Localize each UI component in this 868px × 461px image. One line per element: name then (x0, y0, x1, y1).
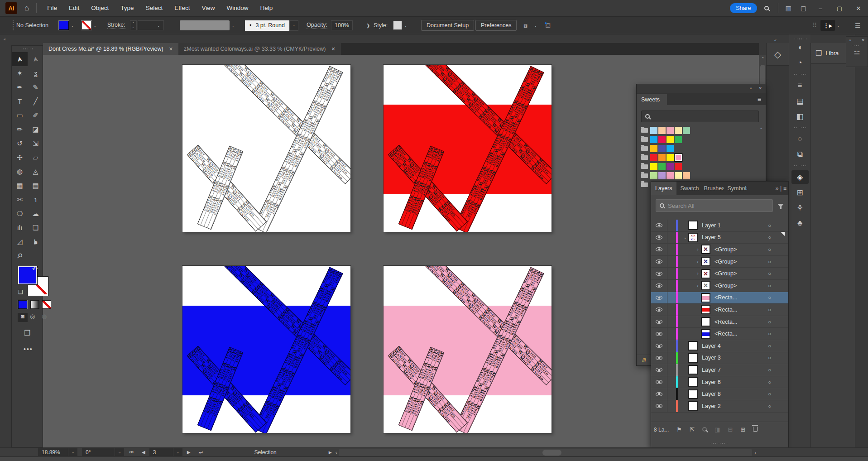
rectangle-tool[interactable]: ▭ (12, 108, 28, 122)
panel-grip[interactable] (794, 38, 806, 40)
menu-file[interactable]: File (41, 0, 63, 16)
visibility-toggle[interactable] (651, 316, 667, 328)
layer-name[interactable]: <Group> (715, 246, 737, 253)
draw-normal-button[interactable]: ◙ (18, 313, 28, 322)
layer-thumbnail[interactable] (701, 329, 710, 339)
locate-object-icon[interactable] (702, 426, 707, 433)
layer-thumbnail[interactable]: ✕ (701, 281, 710, 290)
menu-effect[interactable]: Effect (168, 0, 196, 16)
eyedropper-tool[interactable]: ℩ (28, 192, 43, 206)
layer-name[interactable]: Layer 6 (702, 379, 721, 385)
layer-name[interactable]: Layer 5 (702, 234, 721, 240)
sliders-icon[interactable]: ⚍ (846, 48, 868, 56)
tab-swatch[interactable]: Swatch (676, 182, 700, 195)
curvature-tool[interactable]: ✎ (28, 80, 43, 94)
target-circle-icon[interactable]: ○ (768, 403, 771, 409)
export-selection-icon[interactable]: ⇱ (690, 426, 695, 433)
symbols-panel-icon[interactable]: ⧉ (791, 148, 809, 161)
scroll-up-icon[interactable]: ⌃ (761, 57, 765, 61)
color-mode-button[interactable] (18, 300, 27, 309)
swatch[interactable] (658, 163, 666, 170)
arrange-documents-icon[interactable]: ▥ (786, 5, 791, 12)
layer-row[interactable]: ›✕<Group>○ (651, 244, 788, 256)
layer-name[interactable]: Layer 2 (702, 403, 721, 409)
layer-thumbnail[interactable] (688, 365, 698, 375)
layer-thumbnail[interactable]: ✕✕✕✕ (688, 233, 698, 242)
swatch[interactable] (683, 127, 690, 134)
visibility-toggle[interactable] (651, 400, 667, 412)
layer-row[interactable]: <Recta...○ (651, 316, 788, 328)
width-tool[interactable]: ✣ (12, 150, 28, 164)
layer-thumbnail[interactable] (701, 293, 710, 303)
menu-select[interactable]: Select (140, 0, 169, 16)
previous-artboard-icon[interactable]: ◀ (142, 450, 145, 455)
visibility-toggle[interactable] (651, 364, 667, 376)
layer-thumbnail[interactable] (701, 305, 710, 314)
maximize-button[interactable]: ▢ (830, 1, 849, 15)
layer-row[interactable]: <Recta...○ (651, 304, 788, 316)
target-circle-icon[interactable]: ○ (768, 259, 771, 264)
paintbrush-tool[interactable]: ✐ (28, 108, 43, 122)
tab-sweets[interactable]: Sweets (637, 94, 667, 105)
swatch[interactable] (658, 154, 666, 161)
panel-grip[interactable] (12, 20, 14, 31)
type-tool[interactable]: T (12, 94, 28, 108)
symbol-sprayer-tool[interactable]: ☁ (28, 206, 43, 221)
target-circle-icon[interactable]: ○ (768, 331, 771, 336)
more-tools-icon[interactable]: ••• (24, 346, 33, 353)
tab-overflow-icon[interactable]: » | ≡ (776, 185, 788, 192)
swatch[interactable] (658, 145, 666, 152)
layer-row[interactable]: Layer 4○ (651, 340, 788, 352)
target-circle-icon[interactable]: ○ (768, 271, 771, 276)
target-circle-icon[interactable]: ○ (768, 283, 771, 288)
chevron-down-icon[interactable]: ⌄ (71, 23, 74, 28)
hamburger-menu-icon[interactable]: ☰ (855, 22, 861, 29)
fill-color-swatch[interactable] (59, 21, 69, 30)
brush-dropdown[interactable]: ⌄ (289, 20, 298, 31)
opacity-field[interactable]: 100% (331, 20, 353, 30)
target-circle-icon[interactable]: ○ (768, 223, 771, 228)
hand-tool[interactable]: ☛ (28, 235, 43, 249)
rotation-field[interactable]: 0° (82, 448, 115, 456)
pattern-options-icon[interactable]: ◌ (791, 132, 809, 146)
scroll-left-icon[interactable]: ‹ (336, 450, 337, 455)
artboards-panel-icon[interactable]: ⊞ (791, 186, 809, 199)
selection-tool[interactable]: ➤ (12, 52, 28, 66)
scrollbar-thumb[interactable] (542, 450, 561, 456)
shape-builder-tool[interactable]: ◍ (12, 164, 28, 178)
layer-thumbnail[interactable] (688, 221, 698, 230)
swatch[interactable] (650, 145, 657, 152)
visibility-toggle[interactable] (651, 220, 667, 231)
swatch-search-input[interactable] (641, 110, 759, 122)
draw-behind-button[interactable]: ◎ (30, 313, 35, 320)
swatch[interactable] (650, 136, 657, 143)
artboard-blue-colorway[interactable]: Most Wanted Most Wanted Most Wanted Most… (182, 266, 350, 433)
menu-object[interactable]: Object (85, 0, 115, 16)
expand-chevron-icon[interactable]: › (695, 247, 701, 252)
layer-thumbnail[interactable]: ✕ (701, 269, 710, 279)
filter-icon[interactable] (777, 204, 784, 207)
tab-layers[interactable]: Layers (651, 182, 676, 195)
share-button[interactable]: Share (730, 3, 757, 13)
tab-close-icon[interactable]: ✕ (331, 46, 335, 52)
folder-icon[interactable] (641, 146, 648, 151)
layer-row[interactable]: <Recta...○ (651, 328, 788, 340)
layer-name[interactable]: <Group> (715, 283, 737, 289)
folder-icon[interactable] (641, 182, 648, 187)
close-icon[interactable]: ✕ (758, 86, 762, 91)
search-icon[interactable] (764, 6, 769, 10)
layer-name[interactable]: <Recta... (715, 319, 737, 325)
delete-layer-icon[interactable] (753, 426, 758, 433)
color-guide-icon[interactable]: ◔ (791, 56, 809, 70)
gradient-mode-button[interactable] (30, 300, 39, 309)
layer-row[interactable]: Layer 7○ (651, 364, 788, 376)
stroke-color-swatch[interactable] (82, 21, 91, 30)
folder-icon[interactable] (641, 173, 648, 178)
visibility-toggle[interactable] (651, 352, 667, 364)
expand-panel-icon[interactable]: » (849, 38, 851, 43)
eraser-tool[interactable]: ◪ (28, 122, 43, 136)
layer-row[interactable]: Layer 6○ (651, 376, 788, 389)
target-circle-icon[interactable]: ○ (768, 247, 771, 252)
layer-name[interactable]: Layer 7 (702, 367, 721, 373)
menu-type[interactable]: Type (115, 0, 139, 16)
